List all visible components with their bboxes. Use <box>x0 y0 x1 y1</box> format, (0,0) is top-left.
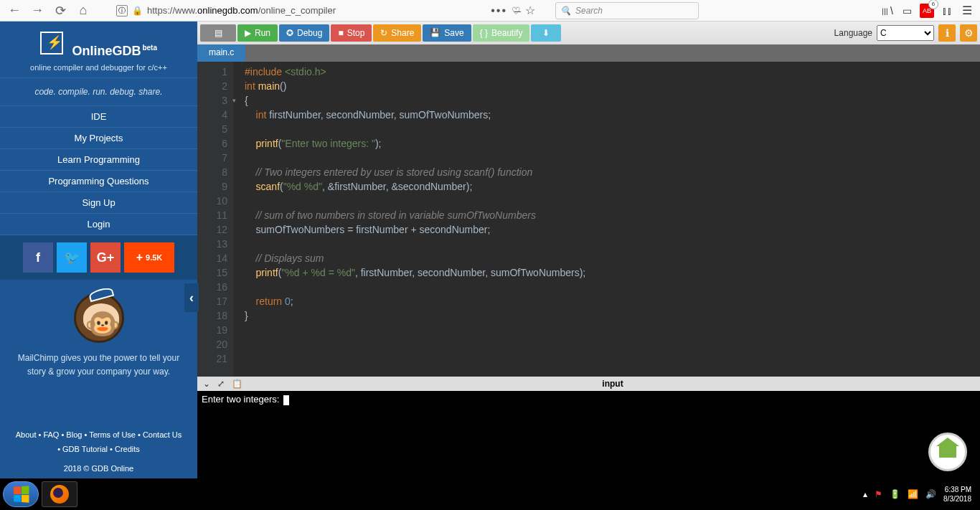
sound-icon[interactable]: 🔊 <box>925 489 936 499</box>
mailchimp-logo-icon <box>74 293 124 343</box>
clock[interactable]: 6:38 PM 8/3/2018 <box>943 485 971 504</box>
sidebar: OnlineGDBbeta online compiler and debugg… <box>0 22 197 478</box>
share-icon: ↻ <box>380 28 387 38</box>
site-title: OnlineGDB <box>72 44 141 58</box>
tagline: code. compile. run. debug. share. <box>0 77 197 106</box>
code-editor[interactable]: 123456789101112131415161718192021 #inclu… <box>197 62 980 377</box>
bookmark-icon[interactable]: ☆ <box>525 4 535 17</box>
console-header: ⌄ ⤢ 📋 input <box>197 377 980 391</box>
copy-icon[interactable]: 📋 <box>232 379 242 389</box>
start-button[interactable] <box>3 481 39 507</box>
reload-button[interactable]: ⟳ <box>52 2 69 19</box>
file-icon: ▤ <box>215 28 222 38</box>
save-icon: 💾 <box>430 28 440 38</box>
search-bar[interactable]: 🔍Search <box>555 2 699 19</box>
library-icon[interactable]: ⫼\ <box>880 4 894 18</box>
page-actions-icon[interactable]: ••• <box>491 4 507 17</box>
house-icon <box>939 446 956 458</box>
windows-logo-icon <box>14 486 29 503</box>
console-title: input <box>251 379 974 389</box>
system-tray: ▴ ⚑ 🔋 📶 🔊 6:38 PM 8/3/2018 <box>863 485 977 504</box>
site-subtitle: online compiler and debugger for c/c++ <box>0 63 197 72</box>
tab-main-c[interactable]: main.c <box>197 44 245 62</box>
twitter-button[interactable]: 🐦 <box>57 242 87 273</box>
lock-icon: 🔒 <box>132 6 143 16</box>
sidebar-item-learn-programming[interactable]: Learn Programming <box>0 149 197 171</box>
site-info-icon[interactable]: ⓘ <box>116 5 128 16</box>
run-button[interactable]: ▶Run <box>237 24 278 42</box>
info-button[interactable]: ℹ <box>938 24 956 42</box>
code-area[interactable]: #include <stdio.h>int main(){ int firstN… <box>233 62 980 377</box>
menu-icon[interactable]: ☰ <box>960 4 974 18</box>
console-output: Enter two integers: <box>202 394 282 405</box>
sidebar-item-sign-up[interactable]: Sign Up <box>0 192 197 214</box>
flag-icon[interactable]: ⚑ <box>875 489 882 499</box>
console[interactable]: Enter two integers: <box>197 391 980 478</box>
sidebar-item-programming-questions[interactable]: Programming Questions <box>0 171 197 192</box>
cursor <box>283 395 289 405</box>
home-fab[interactable] <box>928 433 967 471</box>
save-button[interactable]: 💾Save <box>423 24 471 42</box>
mailchimp-ad[interactable]: MailChimp gives you the power to tell yo… <box>0 280 197 424</box>
search-icon: 🔍 <box>560 6 571 16</box>
logo-icon <box>40 32 63 55</box>
play-icon: ▶ <box>245 28 251 38</box>
adblock-icon[interactable]: AB <box>920 4 934 18</box>
chevron-down-icon[interactable]: ⌄ <box>203 379 210 389</box>
expand-icon[interactable]: ⤢ <box>217 379 225 389</box>
sidebar-icon[interactable]: ▭ <box>900 4 914 18</box>
social-row: f 🐦 G+ 9.5K <box>0 235 197 280</box>
forward-button[interactable]: → <box>29 2 46 19</box>
facebook-button[interactable]: f <box>23 242 53 273</box>
extension-icon[interactable]: ⫿⫿ <box>940 4 954 18</box>
battery-icon[interactable]: 🔋 <box>890 489 900 499</box>
firefox-taskbar-button[interactable] <box>42 481 77 507</box>
stop-icon: ■ <box>338 28 343 38</box>
content-area: ▤ ▶Run ✪Debug ■Stop ↻Share 💾Save { }Beau… <box>197 22 980 478</box>
toolbar: ▤ ▶Run ✪Debug ■Stop ↻Share 💾Save { }Beau… <box>197 22 980 44</box>
reader-icon[interactable]: ♡̶ <box>512 5 521 16</box>
share-button[interactable]: ↻Share <box>373 24 421 42</box>
tray-expand-icon[interactable]: ▴ <box>863 489 867 499</box>
line-gutter: 123456789101112131415161718192021 <box>197 62 233 377</box>
new-file-button[interactable]: ▤ <box>200 24 236 42</box>
back-button[interactable]: ← <box>6 2 23 19</box>
language-label: Language <box>834 28 872 38</box>
beautify-button[interactable]: { }Beautify <box>473 24 530 42</box>
logo-area: OnlineGDBbeta online compiler and debugg… <box>0 22 197 77</box>
download-icon: ⬇ <box>542 28 550 38</box>
windows-taskbar: ▴ ⚑ 🔋 📶 🔊 6:38 PM 8/3/2018 <box>0 478 980 510</box>
collapse-sidebar-button[interactable]: ‹ <box>184 283 199 312</box>
wifi-icon[interactable]: 📶 <box>908 489 918 499</box>
url-text: https://www.onlinegdb.com/online_c_compi… <box>147 5 336 16</box>
settings-button[interactable]: ⚙ <box>960 24 977 42</box>
braces-icon: { } <box>480 28 488 38</box>
editor-tabs: main.c <box>197 44 980 62</box>
home-button[interactable]: ⌂ <box>75 2 92 19</box>
stop-button[interactable]: ■Stop <box>331 24 372 42</box>
share-count-button[interactable]: 9.5K <box>124 242 174 273</box>
sidebar-item-login[interactable]: Login <box>0 214 197 235</box>
googleplus-button[interactable]: G+ <box>90 242 121 273</box>
beta-badge: beta <box>142 44 157 52</box>
sidebar-item-ide[interactable]: IDE <box>0 106 197 128</box>
browser-chrome: ← → ⟳ ⌂ ⓘ 🔒 https://www.onlinegdb.com/on… <box>0 0 980 22</box>
copyright: 2018 © GDB Online <box>0 461 197 478</box>
download-button[interactable]: ⬇ <box>531 24 561 42</box>
mailchimp-text: MailChimp gives you the power to tell yo… <box>14 351 183 379</box>
firefox-icon <box>50 485 69 504</box>
sidebar-item-my-projects[interactable]: My Projects <box>0 128 197 149</box>
language-select[interactable]: C <box>877 25 934 41</box>
url-bar[interactable]: ⓘ 🔒 https://www.onlinegdb.com/online_c_c… <box>110 2 541 19</box>
debug-button[interactable]: ✪Debug <box>279 24 329 42</box>
footer-links[interactable]: About • FAQ • Blog • Terms of Use • Cont… <box>0 424 197 461</box>
bug-icon: ✪ <box>286 28 293 38</box>
